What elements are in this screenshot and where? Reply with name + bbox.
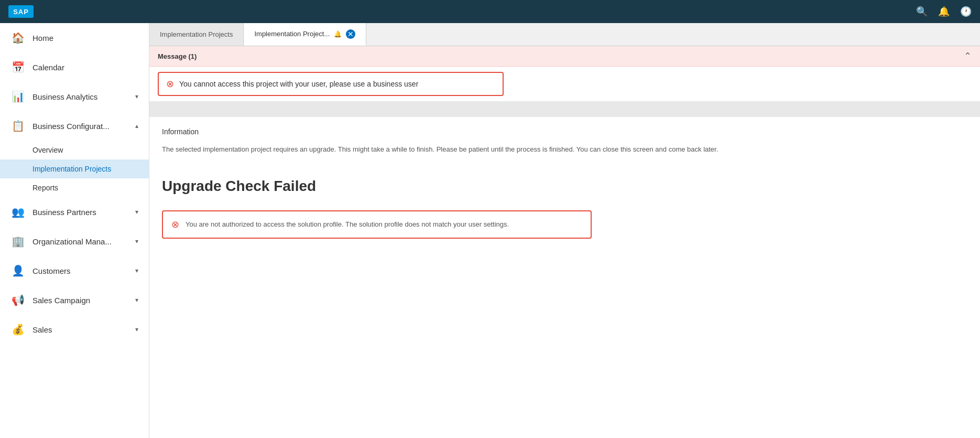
- customers-icon: 👤: [10, 263, 25, 278]
- error-icon: ⊗: [166, 78, 174, 90]
- sidebar-sub-item-overview[interactable]: Overview: [0, 141, 149, 159]
- message-bar-title: Message (1): [158, 52, 197, 60]
- sidebar-sub-item-reports[interactable]: Reports: [0, 178, 149, 197]
- sidebar-item-label: Business Configurat...: [32, 122, 135, 131]
- gray-separator: [149, 101, 980, 117]
- sidebar-item-label: Business Partners: [32, 208, 135, 217]
- content-area: Implementation Projects Implementation P…: [149, 23, 980, 438]
- sidebar-item-calendar[interactable]: 📅 Calendar: [0, 52, 149, 82]
- sidebar: 🏠 Home 📅 Calendar 📊 Business Analytics ▾…: [0, 23, 149, 438]
- information-section: Information The selected implementation …: [149, 117, 980, 165]
- tab-bar: Implementation Projects Implementation P…: [149, 23, 980, 46]
- chevron-down-icon: ▾: [135, 267, 138, 274]
- calendar-icon: 📅: [10, 60, 25, 74]
- sidebar-item-business-config[interactable]: 📋 Business Configurat... ▴: [0, 111, 149, 141]
- sidebar-item-sales[interactable]: 💰 Sales ▾: [0, 315, 149, 344]
- partners-icon: 👥: [10, 205, 25, 219]
- header-icons: 🔍 🔔 🕐: [916, 6, 972, 17]
- notifications-icon[interactable]: 🔔: [938, 6, 950, 17]
- sidebar-item-label: Organizational Mana...: [32, 237, 135, 246]
- search-icon[interactable]: 🔍: [916, 6, 928, 17]
- sidebar-item-sales-campaign[interactable]: 📢 Sales Campaign ▾: [0, 285, 149, 315]
- information-text: The selected implementation project requ…: [162, 144, 967, 155]
- information-title: Information: [162, 127, 967, 136]
- sidebar-item-home[interactable]: 🏠 Home: [0, 23, 149, 52]
- tab-label: Implementation Projects: [160, 30, 233, 38]
- sidebar-item-business-analytics[interactable]: 📊 Business Analytics ▾: [0, 82, 149, 111]
- sidebar-item-label: Home: [32, 34, 138, 42]
- top-header: SAP 🔍 🔔 🕐: [0, 0, 980, 23]
- org-icon: 🏢: [10, 234, 25, 249]
- tab-implementation-projects[interactable]: Implementation Projects: [149, 23, 244, 46]
- sidebar-item-customers[interactable]: 👤 Customers ▾: [0, 256, 149, 285]
- sidebar-item-label: Calendar: [32, 63, 138, 72]
- sidebar-item-label: Customers: [32, 266, 135, 275]
- chevron-down-icon: ▾: [135, 296, 138, 304]
- collapse-button[interactable]: ⌃: [964, 50, 972, 62]
- sap-logo[interactable]: SAP: [8, 5, 34, 18]
- campaign-icon: 📢: [10, 293, 25, 307]
- analytics-icon: 📊: [10, 89, 25, 104]
- page-content: Message (1) ⌃ ⊗ You cannot access this p…: [149, 46, 980, 438]
- main-layout: 🏠 Home 📅 Calendar 📊 Business Analytics ▾…: [0, 23, 980, 438]
- home-icon: 🏠: [10, 30, 25, 45]
- sidebar-sub-item-implementation-projects[interactable]: Implementation Projects: [0, 159, 149, 178]
- chevron-down-icon: ▾: [135, 326, 138, 333]
- tab-notification-icon: 🔔: [334, 30, 342, 38]
- message-bar: Message (1) ⌃: [149, 46, 980, 67]
- tab-implementation-project-detail[interactable]: Implementation Project... 🔔 ✕: [244, 23, 366, 46]
- sidebar-item-label: Sales Campaign: [32, 296, 135, 305]
- sidebar-item-org-management[interactable]: 🏢 Organizational Mana... ▾: [0, 227, 149, 256]
- error-message-box: ⊗ You cannot access this project with yo…: [158, 72, 504, 96]
- sidebar-item-business-partners[interactable]: 👥 Business Partners ▾: [0, 197, 149, 227]
- auth-error-icon: ⊗: [171, 219, 179, 230]
- tab-label: Implementation Project...: [254, 30, 330, 38]
- sales-icon: 💰: [10, 322, 25, 337]
- chevron-up-icon: ▴: [135, 122, 138, 130]
- chevron-down-icon: ▾: [135, 238, 138, 245]
- chevron-down-icon: ▾: [135, 208, 138, 216]
- auth-error-box: ⊗ You are not authorized to access the s…: [162, 210, 592, 239]
- tab-close-button[interactable]: ✕: [346, 29, 355, 39]
- error-message-text: You cannot access this project with your…: [179, 80, 418, 88]
- auth-error-text: You are not authorized to access the sol…: [186, 220, 509, 228]
- config-icon: 📋: [10, 119, 25, 133]
- sidebar-item-label: Sales: [32, 325, 135, 334]
- clock-icon[interactable]: 🕐: [960, 6, 972, 17]
- chevron-down-icon: ▾: [135, 93, 138, 100]
- upgrade-check-title: Upgrade Check Failed: [149, 165, 980, 205]
- sidebar-item-label: Business Analytics: [32, 92, 135, 101]
